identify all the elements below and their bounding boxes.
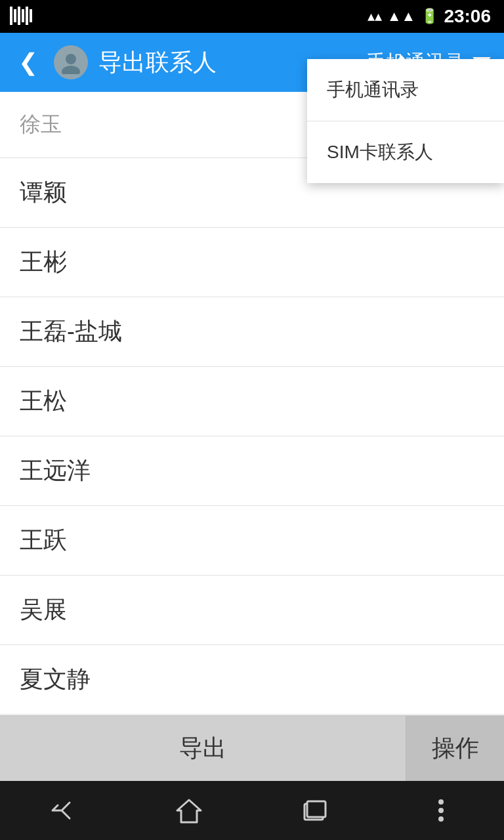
battery-icon: 🔋 — [421, 8, 438, 25]
export-button[interactable]: 导出 — [0, 716, 406, 781]
home-nav-icon — [175, 797, 203, 824]
bottom-action-bar: 导出 操作 — [0, 715, 504, 781]
status-time: 23:06 — [444, 6, 491, 27]
svg-rect-4 — [307, 801, 326, 817]
list-item[interactable]: 王跃 — [0, 506, 504, 576]
list-item[interactable]: 王远洋 — [0, 436, 504, 506]
nav-menu-button[interactable] — [415, 791, 467, 830]
action-button[interactable]: 操作 — [406, 716, 504, 781]
nav-home-button[interactable] — [163, 791, 215, 830]
nav-bar — [0, 781, 504, 840]
list-item[interactable]: 王松 — [0, 367, 504, 436]
person-icon — [59, 51, 83, 74]
svg-marker-2 — [177, 800, 201, 822]
recents-nav-icon — [301, 797, 329, 824]
status-bar: ▴▴ ▲▲ 🔋 23:06 — [0, 0, 504, 33]
signal-icon: ▲▲ — [387, 8, 416, 25]
dots-menu-icon — [438, 799, 444, 822]
status-icons: ▴▴ ▲▲ 🔋 23:06 — [368, 6, 491, 27]
list-item[interactable]: 王彬 — [0, 228, 504, 297]
list-item[interactable]: 王磊-盐城 — [0, 297, 504, 367]
dropdown-item-phone[interactable]: 手机通讯录 — [307, 59, 504, 121]
list-item[interactable]: 吴展 — [0, 576, 504, 645]
svg-point-1 — [62, 66, 80, 74]
dropdown-item-sim[interactable]: SIM卡联系人 — [307, 121, 504, 183]
dropdown-menu: 手机通讯录 SIM卡联系人 — [307, 59, 504, 183]
svg-point-0 — [66, 54, 76, 64]
wifi-icon: ▴▴ — [368, 8, 382, 25]
nav-recents-button[interactable] — [289, 791, 341, 830]
barcode-icon — [10, 7, 32, 25]
nav-back-button[interactable] — [37, 791, 89, 830]
back-nav-icon — [49, 799, 77, 822]
back-button[interactable]: ❮ — [13, 43, 43, 81]
avatar — [54, 45, 88, 79]
list-item[interactable]: 夏文静 — [0, 645, 504, 715]
dropdown-triangle — [391, 55, 412, 67]
